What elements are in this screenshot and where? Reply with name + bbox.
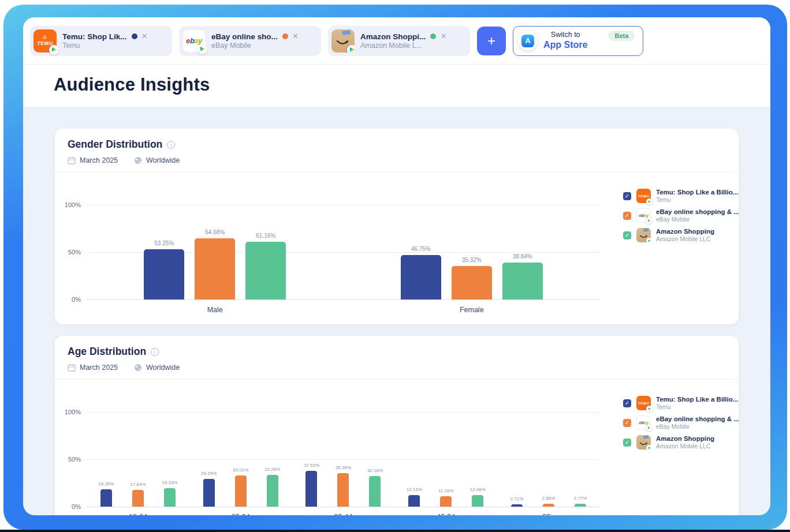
google-play-badge-icon [646,218,652,224]
bar-value-label: 2.71% [510,496,524,501]
bar[interactable]: 46.75% [401,255,441,299]
bar-value-label: 46.75% [411,246,431,252]
age-distribution-chart: 100%50%0%18.35%17.64%19.33%29.29%33.01%3… [55,395,623,515]
info-icon[interactable]: i [151,348,159,356]
calendar-icon [68,156,76,164]
bar-value-label: 35.32% [462,257,482,263]
bar[interactable]: 33.01% [235,475,247,507]
bar-value-label: 12.13% [407,487,422,492]
period-value: March 2025 [80,156,118,164]
switch-label-line1: Switch to [543,31,587,40]
x-axis-label: 55+ [497,513,600,515]
checkbox-ebay[interactable]: ✓ [623,419,631,427]
bar[interactable]: 35.32% [452,266,492,299]
bar-value-label: 61.16% [256,233,275,239]
bar[interactable]: 12.46% [472,495,483,507]
bar-value-label: 2.85% [542,496,556,501]
bar[interactable]: 32.16% [369,476,381,507]
legend-item-temu[interactable]: ✓ TEMU Temu: Shop Like a Billio... Temu [623,189,739,203]
period-filter[interactable]: March 2025 [68,156,118,164]
bar[interactable]: 53.25% [144,249,184,299]
gridline [87,507,600,507]
close-icon[interactable]: × [441,32,446,41]
legend-item-amazon[interactable]: ✓ Amazon Shopping Amazon Mobile LLC [623,435,739,449]
y-axis-tick: 0% [72,503,81,510]
x-axis-label: 25-34 [189,513,292,515]
bar[interactable]: 2.71% [511,504,523,507]
gender-distribution-card: Gender Distribution i March 2025 [55,129,739,324]
bar[interactable]: 33.28% [267,475,278,507]
close-icon[interactable]: × [142,32,147,41]
bar[interactable]: 2.77% [575,504,586,507]
bar[interactable]: 18.35% [100,489,112,507]
x-axis-label: 18-24 [87,513,189,515]
app-window: ⁂ TEMU Temu: Shop Lik... × Temu ebay [23,17,770,515]
tab-subtitle: Temu [62,42,166,50]
bar-group-45-54: 12.13%11.16%12.46% [394,412,497,507]
card-title: Gender Distribution [68,138,162,151]
y-axis-tick: 100% [65,201,81,208]
checkbox-amazon[interactable]: ✓ [623,439,631,447]
bar[interactable]: 12.13% [408,495,420,507]
bar-value-label: 32.16% [367,468,383,473]
chart-legend: ✓ TEMU Temu: Shop Like a Billio... Temu … [623,188,739,314]
page-title: Audience Insights [54,74,770,95]
bar-value-label: 35.35% [336,465,351,470]
tab-title: Amazon Shoppi... [360,32,426,41]
bar[interactable]: 37.53% [305,471,317,507]
google-play-badge-icon [646,445,651,449]
bar[interactable]: 38.84% [502,263,543,299]
info-icon[interactable]: i [167,141,175,149]
card-title: Age Distribution [68,346,146,358]
checkbox-ebay[interactable]: ✓ [623,212,631,220]
bar-group-25-34: 29.29%33.01%33.28% [189,412,292,507]
checkbox-temu[interactable]: ✓ [623,192,631,200]
tab-subtitle: Amazon Mobile L... [360,42,464,50]
bar-value-label: 17.64% [130,482,146,487]
app-comparison-bar: ⁂ TEMU Temu: Shop Lik... × Temu ebay [23,17,770,65]
bar[interactable]: 11.16% [440,496,452,507]
main-content: Gender Distribution i March 2025 [23,107,770,515]
legend-item-amazon[interactable]: ✓ Amazon Shopping Amazon Mobile LLC [623,228,739,242]
bar[interactable]: 64.68% [195,238,235,299]
bar-group-55+: 2.71%2.85%2.77% [497,412,600,507]
google-play-badge-icon [347,45,355,53]
bar[interactable]: 2.85% [543,504,554,507]
region-filter[interactable]: Worldwide [134,156,180,164]
globe-icon [134,364,142,372]
google-play-badge-icon [646,425,652,431]
legend-item-ebay[interactable]: ✓ ebay eBay online shopping & ... eBay M… [623,208,739,223]
x-axis-label: 35-44 [292,513,395,515]
bar-value-label: 11.16% [438,488,454,493]
app-store-icon: A [518,31,538,51]
series-color-dot [430,33,436,39]
bar[interactable]: 19.33% [164,488,176,507]
google-play-badge-icon [198,44,207,54]
legend-item-temu[interactable]: ✓ TEMU Temu: Shop Like a Billio... Temu [623,396,739,410]
app-tab-amazon[interactable]: Amazon Shoppi... × Amazon Mobile L... [328,26,470,56]
region-filter[interactable]: Worldwide [134,364,180,372]
bar[interactable]: 35.35% [337,473,349,507]
switch-to-app-store-button[interactable]: A Switch to App Store Beta [513,26,643,56]
close-icon[interactable]: × [293,32,298,41]
tab-subtitle: eBay Mobile [211,42,315,50]
app-tab-temu[interactable]: ⁂ TEMU Temu: Shop Lik... × Temu [30,26,172,56]
google-play-badge-icon [49,45,59,55]
checkbox-temu[interactable]: ✓ [623,399,631,407]
bar-value-label: 29.29% [201,471,217,476]
bar[interactable]: 17.64% [132,490,144,507]
region-value: Worldwide [146,364,180,372]
period-filter[interactable]: March 2025 [68,364,118,372]
app-tab-ebay[interactable]: ebay eBay online sho... × eBay Mobile [179,26,321,56]
bar-group-35-44: 37.53%35.35%32.16% [292,412,395,507]
legend-item-ebay[interactable]: ✓ ebay eBay online shopping & ... eBay M… [623,415,739,430]
checkbox-amazon[interactable]: ✓ [623,231,631,239]
bar[interactable]: 61.16% [245,242,286,299]
amazon-app-icon [636,228,651,242]
temu-app-icon: ⁂ TEMU [33,29,57,53]
amazon-app-icon [331,29,355,53]
y-axis-tick: 50% [68,249,81,256]
add-app-button[interactable]: + [477,27,506,55]
bar-value-label: 2.77% [574,496,587,501]
bar[interactable]: 29.29% [203,479,215,507]
